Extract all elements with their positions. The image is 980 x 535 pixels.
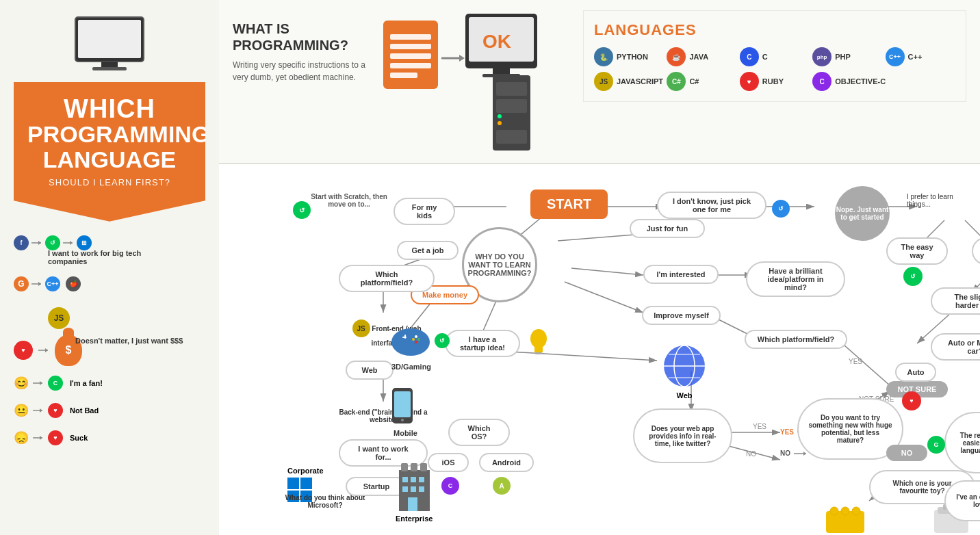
svg-marker-107 [803, 452, 806, 456]
just-fun-node: Just for fun [630, 219, 705, 238]
js-icon-lg: JS [594, 72, 613, 91]
scratch-label: Start with Scratch, then move on to... [308, 193, 390, 208]
android-node: Android [479, 453, 534, 472]
green-icon2: C [48, 376, 63, 391]
python-icon: 🐍 [594, 47, 613, 66]
svg-rect-77 [535, 352, 542, 354]
easy-icon: ↺ [903, 267, 923, 286]
svg-rect-98 [408, 497, 417, 511]
ruby-not-bad: ♥ [48, 403, 63, 418]
svg-rect-97 [419, 486, 424, 492]
languages-grid: 🐍 PYTHON ☕ JAVA C C php PHP C++ C++ [594, 47, 955, 91]
old-toy-node: I've an old & ugly toy, but i love it so… [944, 480, 980, 521]
computer-illustration: OK [370, 7, 547, 157]
svg-rect-91 [420, 463, 427, 471]
svg-rect-96 [411, 486, 416, 492]
objc-icon: C [812, 72, 831, 91]
monitor-icon [68, 14, 151, 75]
lang-objc: C OBJECTIVE-C [812, 72, 955, 91]
dont-know-node: I don't know, just pick one for me [657, 192, 766, 219]
csharp-icon: C# [667, 72, 686, 91]
svg-point-84 [412, 338, 415, 341]
lang-ruby: ♥ RUBY [740, 72, 810, 91]
slightly-harder-node: The slightly harder way [931, 287, 980, 315]
svg-text:YES: YES [849, 358, 862, 365]
best-way-node: The best way [972, 237, 980, 265]
svg-marker-17 [40, 436, 42, 440]
title-block: WHICH PROGRAMMING LANGUAGE SHOULD I LEAR… [14, 82, 205, 222]
green-hard-icon: G [927, 436, 945, 454]
lightbulb-icon [527, 326, 551, 357]
svg-point-35 [498, 121, 502, 125]
wip-desc: Writing very specific instructions to a … [233, 59, 370, 83]
lang-python: 🐍 PYTHON [594, 47, 664, 66]
google-row: G C++ 🍎 [14, 276, 81, 291]
svg-text:OK: OK [482, 31, 511, 52]
web-globe-icon [660, 342, 708, 390]
web-label: Web [660, 391, 708, 400]
blue-icon-dk: ↺ [772, 200, 790, 218]
lang-c: C C [740, 47, 810, 66]
lang-csharp: C# C# [667, 72, 736, 91]
no2-node: NO [886, 445, 927, 461]
svg-rect-21 [390, 53, 431, 59]
svg-rect-93 [411, 477, 416, 482]
which-platform-left: Which platform/field? [339, 265, 435, 292]
svg-rect-19 [390, 34, 431, 40]
svg-rect-1 [78, 20, 141, 58]
languages-title: LANGUAGES [594, 21, 955, 39]
svg-marker-9 [38, 282, 41, 286]
svg-marker-13 [40, 381, 42, 385]
big-tech-label: I want to work for big tech companies [48, 249, 144, 265]
mobile-icon [389, 388, 416, 429]
cpp-icon: C++ [45, 276, 60, 291]
auto-lang-icon: ♥ [902, 391, 921, 410]
js-row: JS [48, 307, 70, 329]
for-kids-node: For my kids [394, 198, 455, 225]
enterprise-icon [396, 463, 433, 511]
cpp-icon-lg: C++ [886, 47, 905, 66]
java-icon: ☕ [667, 47, 686, 66]
arrow-right [31, 239, 42, 246]
svg-marker-11 [45, 348, 48, 352]
really-hard-node: The really hard way (but easier to pick … [944, 412, 980, 473]
gaming-icon [390, 323, 431, 361]
svg-marker-7 [70, 241, 73, 245]
main-content: WHAT IS PROGRAMMING? Writing very specif… [219, 0, 980, 535]
auto-node: Auto [895, 363, 936, 382]
svg-rect-80 [404, 335, 406, 339]
svg-rect-36 [496, 130, 527, 144]
startup-idea-node: I have a startup idea! [445, 330, 520, 357]
web-left-node: Web [346, 361, 394, 380]
svg-rect-89 [401, 463, 408, 471]
lang-cpp: C++ C++ [886, 47, 955, 66]
improve-node: Improve myself [642, 306, 721, 325]
gaming-label: 3D/Gaming [391, 363, 431, 371]
svg-rect-33 [496, 99, 527, 113]
ruby-suck: ♥ [48, 430, 63, 445]
svg-rect-22 [390, 63, 431, 68]
svg-rect-2 [101, 62, 118, 67]
green-icon: ↺ [45, 235, 60, 250]
prefer-label: I prefer to learn things... [907, 193, 975, 208]
svg-point-109 [830, 507, 838, 515]
easy-way-node: The easy way [886, 237, 948, 265]
brilliant-idea-node: Have a brilliant idea/platform in mind? [746, 261, 845, 297]
android-lang-icon: A [493, 477, 511, 495]
svg-point-87 [401, 419, 404, 421]
svg-rect-20 [390, 44, 431, 49]
svg-marker-25 [459, 55, 465, 62]
fan-label: I'm a fan! [70, 379, 103, 387]
svg-line-43 [571, 268, 643, 275]
title-which: WHICH [27, 96, 192, 122]
lego-area: Lego [825, 504, 866, 535]
green-icon3: ↺ [435, 333, 450, 348]
wip-title: WHAT IS PROGRAMMING? [233, 21, 370, 53]
ios-lang-icon: C [441, 477, 459, 495]
mobile-label: Mobile [394, 429, 417, 437]
ruby-icon-sm: ♥ [14, 341, 33, 360]
svg-point-78 [391, 328, 430, 356]
svg-point-82 [417, 338, 420, 341]
svg-rect-86 [394, 391, 411, 417]
google-icon: G [14, 276, 29, 291]
